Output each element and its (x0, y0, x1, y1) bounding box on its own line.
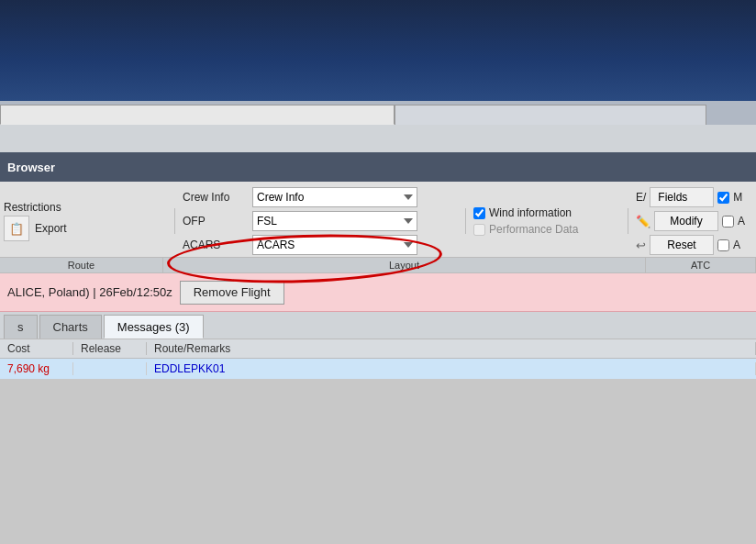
section-labels: Route Layout ATC (0, 257, 756, 272)
icon-button[interactable]: 📋 (4, 216, 29, 241)
flight-info-bar: ALICE, Poland) | 26Feb/12:50z Remove Fli… (0, 273, 756, 312)
table-header-release: Release (73, 342, 147, 355)
toolbar-divider-2 (465, 208, 466, 234)
restrictions-label: Restrictions (4, 201, 61, 214)
table-header-cost: Cost (0, 342, 73, 355)
wind-info-section: Wind information Performance Data (473, 206, 620, 236)
tab-messages-label: Messages (3) (117, 320, 190, 334)
fsl-select[interactable]: FSL (252, 211, 417, 231)
toolbar-divider-3 (628, 208, 628, 234)
tab-charts-label: Charts (53, 320, 88, 334)
fields-section: E/ Fields M ✏️ Modify A ↩ Reset A (636, 187, 745, 255)
crew-info-select[interactable]: Crew Info (252, 187, 417, 207)
flight-info-text: ALICE, Poland) | 26Feb/12:50z (7, 285, 172, 299)
toolbar-divider-1 (174, 208, 175, 234)
top-bar (0, 0, 756, 101)
modify-checkbox[interactable] (722, 216, 734, 228)
spacer-bar (0, 125, 756, 152)
tab-strip (0, 101, 756, 125)
crew-info-section: Crew Info Crew Info OFP FSL ACARS ACARS (183, 187, 458, 255)
crew-info-label: Crew Info (183, 191, 247, 204)
wind-info-checkbox[interactable] (473, 207, 485, 219)
nav-tabs-bar: s Charts Messages (3) (0, 312, 756, 339)
browser-title-bar: Browser (0, 152, 756, 182)
reset-button[interactable]: Reset (650, 235, 714, 255)
table-header-route: Route/Remarks (147, 342, 756, 355)
export-label: Export (35, 222, 67, 235)
a2-label: A (733, 239, 740, 251)
table-cell-cost: 7,690 kg (0, 362, 73, 375)
toolbar-left-section: Restrictions 📋 Export (4, 201, 167, 241)
remove-flight-button[interactable]: Remove Flight (180, 281, 284, 305)
m-label: M (733, 191, 742, 204)
e-indicator: E/ (636, 191, 646, 204)
reset-icon: ↩ (636, 239, 646, 252)
route-label: Route (0, 258, 163, 272)
toolbar: Restrictions 📋 Export Crew Info Crew Inf… (0, 182, 756, 273)
pencil-icon: ✏️ (636, 215, 650, 228)
tab-charts[interactable]: Charts (39, 315, 102, 339)
ofp-label: OFP (183, 215, 247, 228)
fields-checkbox[interactable] (717, 192, 729, 204)
layout-label: Layout (163, 258, 646, 272)
acars-label: ACARS (183, 239, 247, 251)
wind-info-label: Wind information (489, 206, 572, 219)
tab-messages[interactable]: Messages (3) (104, 315, 204, 339)
atc-label: ATC (646, 258, 756, 272)
tab-strip-tab2[interactable] (395, 105, 706, 125)
table-header: Cost Release Route/Remarks (0, 339, 756, 359)
browser-label: Browser (7, 161, 55, 174)
fields-button[interactable]: Fields (650, 187, 714, 207)
performance-data-label: Performance Data (489, 223, 578, 236)
tab-strip-tab[interactable] (0, 105, 395, 125)
table-cell-release (73, 362, 147, 375)
table-row: 7,690 kg EDDLEPKK01 (0, 359, 756, 379)
performance-data-checkbox[interactable] (473, 224, 485, 236)
tab-s-label: s (17, 320, 24, 334)
tab-s[interactable]: s (4, 315, 38, 339)
modify-button[interactable]: Modify (654, 211, 718, 231)
a-label: A (738, 215, 745, 228)
acars-select[interactable]: ACARS (252, 235, 417, 255)
reset-checkbox[interactable] (717, 239, 729, 251)
table-cell-route: EDDLEPKK01 (147, 362, 756, 375)
